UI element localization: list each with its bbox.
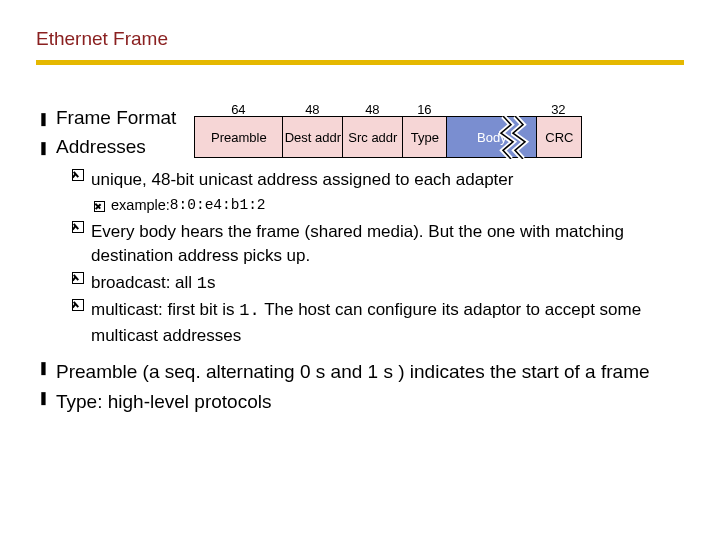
sub-bullet-icon xyxy=(72,272,84,284)
bullet-addresses-label: Addresses xyxy=(56,136,146,157)
bits-preamble: 64 xyxy=(194,103,282,116)
field-body: Body xyxy=(447,117,537,157)
bits-type: 16 xyxy=(402,103,446,116)
broadcast-post: s xyxy=(207,273,216,292)
frame-bit-widths: 64 48 48 16 32 xyxy=(194,103,582,116)
field-body-label: Body xyxy=(477,131,507,144)
sub-unique-text: unique, 48-bit unicast address assigned … xyxy=(91,168,684,193)
sub-broadcast: broadcast: all 1s xyxy=(72,271,684,297)
field-preamble: Preamble xyxy=(195,117,283,157)
field-type: Type xyxy=(403,117,447,157)
sub-unique: unique, 48-bit unicast address assigned … xyxy=(72,168,684,193)
sub-everybody-text: Every body hears the frame (shared media… xyxy=(91,220,684,269)
example-value: 8:0:e4:b1:2 xyxy=(170,195,266,216)
bullet-frame-format-label: Frame Format xyxy=(56,107,176,128)
example-label: example: xyxy=(111,195,170,216)
body-break-right xyxy=(511,116,529,159)
bits-src: 48 xyxy=(342,103,402,116)
sub-bullet-icon xyxy=(72,169,84,181)
bits-dest: 48 xyxy=(282,103,342,116)
broadcast-code: 1 xyxy=(197,274,207,293)
field-crc: CRC xyxy=(537,117,581,157)
bullet-type-text: Type: high-level protocols xyxy=(56,389,684,416)
bullet-preamble: ❚ Preamble (a seq. alternating 0 s and 1… xyxy=(36,359,684,386)
field-dest: Dest addr xyxy=(283,117,343,157)
sub-bullet-icon xyxy=(72,221,84,233)
frame-fields: Preamble Dest addr Src addr Type Body CR… xyxy=(194,116,582,158)
subsub-bullet-icon xyxy=(94,201,105,212)
bits-crc: 32 xyxy=(536,103,580,116)
multicast-code: 1. xyxy=(239,301,259,320)
title-underline xyxy=(36,60,684,65)
sub-broadcast-text: broadcast: all 1s xyxy=(91,271,684,297)
slide-title: Ethernet Frame xyxy=(36,28,684,50)
bits-body xyxy=(446,103,536,116)
broadcast-pre: broadcast: all xyxy=(91,273,197,292)
sub-multicast-text: multicast: first bit is 1. The host can … xyxy=(91,298,684,348)
bullet-preamble-text: Preamble (a seq. alternating 0 s and 1 s… xyxy=(56,359,684,386)
multicast-pre: multicast: first bit is xyxy=(91,300,239,319)
bullet-icon: ❚ xyxy=(36,109,50,129)
bullet-icon: ❚ xyxy=(36,389,50,416)
bullet-addresses: ❚Addresses xyxy=(36,132,176,161)
frame-diagram: 64 48 48 16 32 Preamble Dest addr Src ad… xyxy=(194,103,582,158)
bullet-icon: ❚ xyxy=(36,359,50,386)
field-src: Src addr xyxy=(343,117,403,157)
sub-everybody: Every body hears the frame (shared media… xyxy=(72,220,684,269)
subsub-example: example: 8:0:e4:b1:2 xyxy=(94,195,684,216)
bullet-type: ❚ Type: high-level protocols xyxy=(36,389,684,416)
bullet-icon: ❚ xyxy=(36,138,50,158)
bullet-frame-format: ❚Frame Format xyxy=(36,103,176,132)
sub-multicast: multicast: first bit is 1. The host can … xyxy=(72,298,684,348)
sub-bullet-icon xyxy=(72,299,84,311)
